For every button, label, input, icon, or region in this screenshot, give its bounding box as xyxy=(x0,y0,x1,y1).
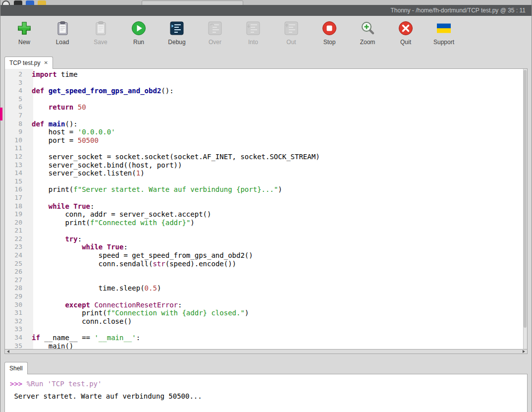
code-text: except ConnectionResetError: xyxy=(28,301,182,309)
code-text: try: xyxy=(28,235,82,243)
window-title: Thonny - /home/fh-dortmund/TCP test.py @… xyxy=(390,7,526,14)
taskbar-browser-icon[interactable] xyxy=(2,0,10,5)
scroll-right-arrow-icon[interactable] xyxy=(523,350,525,353)
toolbar-button-run[interactable]: Run xyxy=(123,20,155,56)
new-file-icon xyxy=(16,20,32,36)
code-line: 25 conn.sendall(str(speed).encode()) xyxy=(5,260,527,268)
code-text xyxy=(28,276,32,285)
code-text: print(f"Connection with {addr} closed.") xyxy=(28,309,249,317)
line-number: 30 xyxy=(5,301,28,309)
code-line: 16 print(f"Server startet. Warte auf ver… xyxy=(5,185,527,194)
code-text: server_socket = socket.socket(socket.AF_… xyxy=(28,153,320,161)
code-text: main() xyxy=(28,342,73,350)
stop-icon xyxy=(321,20,337,36)
shell-output[interactable]: >>> %Run 'TCP test.py' Server startet. W… xyxy=(4,374,528,412)
line-number: 17 xyxy=(5,194,28,202)
zoom-icon xyxy=(360,20,375,36)
code-text: server_socket.bind((host, port)) xyxy=(28,161,182,170)
tab-label: TCP test.py xyxy=(9,59,40,66)
line-number: 14 xyxy=(5,169,28,177)
taskbar-app-icon[interactable] xyxy=(26,0,34,5)
toolbar-button-over: Over xyxy=(199,20,231,56)
toolbar-button-load[interactable]: Load xyxy=(47,20,78,56)
save-file-icon xyxy=(93,20,108,36)
line-number: 10 xyxy=(5,136,28,145)
toolbar-button-label: Zoom xyxy=(360,39,375,46)
code-text: def get_speed_from_gps_and_obd2(): xyxy=(28,87,174,95)
code-text: conn.sendall(str(speed).encode()) xyxy=(28,260,236,268)
toolbar-button-new[interactable]: New xyxy=(8,20,40,56)
code-line: 4def get_speed_from_gps_and_obd2(): xyxy=(5,87,527,95)
code-text xyxy=(28,95,32,104)
code-line: 8def main(): xyxy=(5,120,527,128)
toolbar-button-zoom[interactable]: Zoom xyxy=(352,20,383,56)
line-number: 27 xyxy=(5,276,28,285)
line-number: 5 xyxy=(5,95,28,104)
tab-shell[interactable]: Shell xyxy=(4,362,28,374)
code-line: 24 speed = get_speed_from_gps_and_obd2() xyxy=(5,251,527,260)
code-line: 9 host = '0.0.0.0' xyxy=(5,128,527,136)
code-editor[interactable]: 2import time34def get_speed_from_gps_and… xyxy=(4,68,528,350)
code-text: import time xyxy=(28,70,78,79)
editor-tab-bar: TCP test.py ✕ xyxy=(0,56,532,68)
editor-shell-sash[interactable] xyxy=(0,354,532,361)
debug-icon xyxy=(169,20,185,36)
toolbar-button-label: Run xyxy=(133,39,144,46)
tab-close-icon[interactable]: ✕ xyxy=(44,60,48,65)
code-line: 14 server_socket.listen(1) xyxy=(5,169,527,177)
code-line: 33 xyxy=(5,325,527,334)
tab-tcp-test-py[interactable]: TCP test.py ✕ xyxy=(4,57,53,69)
taskbar-window-field[interactable] xyxy=(142,0,243,5)
shell-line: Server startet. Warte auf verbindung 505… xyxy=(10,390,527,403)
toolbar-button-support[interactable]: Support xyxy=(428,20,460,56)
toolbar-button-label: New xyxy=(18,39,30,46)
vertical-scroll-thumb[interactable] xyxy=(524,70,527,328)
code-text xyxy=(28,194,32,202)
toolbar-button-debug[interactable]: Debug xyxy=(161,20,193,56)
code-line: 23 while True: xyxy=(5,243,527,251)
shell-tab-bar: Shell xyxy=(0,361,532,374)
step-out-icon xyxy=(283,20,299,36)
code-line: 26 xyxy=(5,268,527,276)
toolbar-button-label: Over xyxy=(209,39,221,46)
line-number: 23 xyxy=(5,243,28,251)
line-number: 7 xyxy=(5,112,28,120)
code-line: 17 xyxy=(5,194,527,202)
code-text: print(f"Connected with {addr}") xyxy=(28,219,195,227)
code-line: 11 xyxy=(5,144,527,153)
line-number: 29 xyxy=(5,293,28,301)
toolbar-button-label: Out xyxy=(286,39,296,46)
code-text xyxy=(28,144,32,153)
toolbar-button-label: Debug xyxy=(168,39,185,46)
toolbar-button-label: Stop xyxy=(323,39,336,46)
code-line: 10 port = 50500 xyxy=(5,136,527,145)
line-number: 24 xyxy=(5,251,28,260)
code-line: 20 print(f"Connected with {addr}") xyxy=(5,219,527,227)
taskbar-strip xyxy=(0,0,532,5)
editor-horizontal-scrollbar[interactable] xyxy=(4,350,528,354)
code-text xyxy=(28,268,32,276)
shell-line: >>> %Run 'TCP test.py' xyxy=(10,378,527,390)
toolbar-button-quit[interactable]: Quit xyxy=(390,20,422,56)
line-number: 33 xyxy=(5,325,28,334)
code-text: server_socket.listen(1) xyxy=(28,169,145,177)
line-number: 19 xyxy=(5,210,28,219)
editor-vertical-scrollbar[interactable] xyxy=(523,69,527,349)
code-line: 22 try: xyxy=(5,235,527,243)
code-text xyxy=(28,293,32,301)
toolbar-button-label: Load xyxy=(56,39,69,46)
line-number: 4 xyxy=(5,87,28,95)
toolbar-button-stop[interactable]: Stop xyxy=(314,20,345,56)
line-number: 15 xyxy=(5,177,28,186)
taskbar-folder-icon[interactable] xyxy=(38,0,46,5)
taskbar-terminal-icon[interactable] xyxy=(14,0,22,5)
line-number: 9 xyxy=(5,128,28,136)
code-text xyxy=(28,79,32,87)
code-text xyxy=(28,177,32,186)
code-line: 19 conn, addr = server_socket.accept() xyxy=(5,210,527,219)
code-text: if __name__ == '__main__': xyxy=(28,334,140,342)
code-line: 28 time.sleep(0.5) xyxy=(5,284,527,293)
line-number: 16 xyxy=(5,185,28,194)
scroll-left-arrow-icon[interactable] xyxy=(7,350,9,353)
line-number: 22 xyxy=(5,235,28,243)
